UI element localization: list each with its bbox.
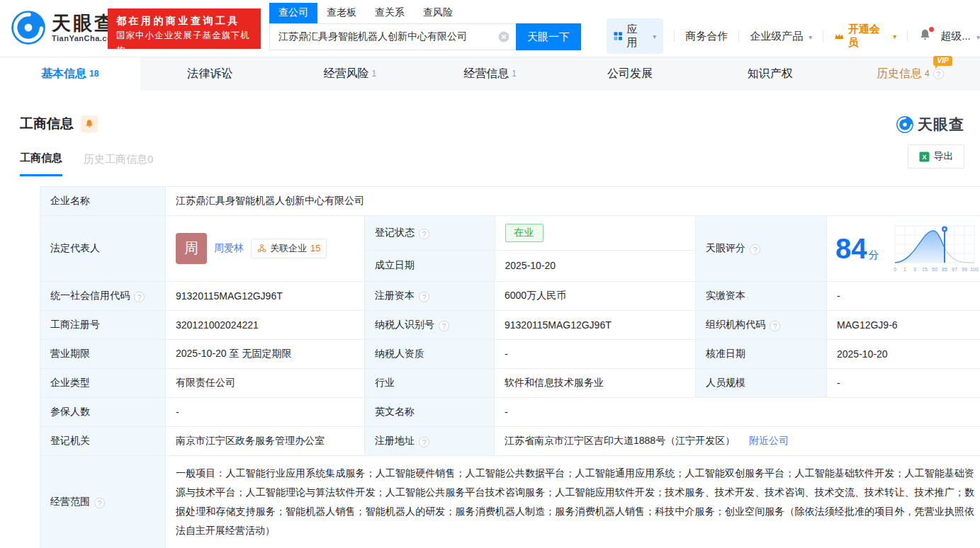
field-label: 人员规模 <box>696 368 827 397</box>
tab-company-development[interactable]: 公司发展 <box>560 57 700 91</box>
label-text: 人员规模 <box>706 377 745 388</box>
related-companies-badge[interactable]: 关联企业 15 <box>251 239 327 258</box>
help-icon[interactable]: ? <box>419 292 429 302</box>
super-vip-menu[interactable]: 超级... ▾ <box>940 30 980 43</box>
label-text: 实缴资本 <box>706 290 745 301</box>
monitor-bell-button[interactable] <box>81 115 98 132</box>
tab-basic-info[interactable]: 基本信息 18 <box>0 57 140 91</box>
company-name-value: 江苏鼎汇具身智能机器人创新中心有限公司 <box>166 187 980 216</box>
table-row: 统一社会信用代码? 91320115MAG12GJ96T 注册资本? 6000万… <box>40 281 980 310</box>
search-tab-relation[interactable]: 查关系 <box>366 3 414 23</box>
logo-swirl-icon <box>896 115 914 134</box>
field-label: 营业期限 <box>40 339 166 368</box>
english-name-cell: - <box>495 397 980 426</box>
label-text: 营业期限 <box>50 348 90 359</box>
tab-label: 知识产权 <box>748 67 793 81</box>
industry-cell: 软件和信息技术服务业 <box>495 368 696 397</box>
staff-size-cell: - <box>827 368 980 397</box>
tab-operating-risk[interactable]: 经营风险 1 <box>280 57 420 91</box>
label-text: 登记状态 <box>375 227 415 238</box>
header-nav: 应用 ▾ 商务合作 企业级产品 ▾ 开通会员 ▾ <box>607 18 980 54</box>
value-text: 91320115MAG12GJ96T <box>176 290 283 302</box>
business-info-table: 企业名称 江苏鼎汇具身智能机器人创新中心有限公司 法定代表人 周 周爱林 <box>40 186 980 548</box>
subtab-row: 工商信息 历史工商信息0 <box>20 152 964 176</box>
tab-label: 经营风险 <box>324 67 369 81</box>
related-count: 15 <box>310 243 320 253</box>
label-text: 核准日期 <box>706 348 745 359</box>
svg-text:3: 3 <box>913 267 916 272</box>
tab-count: 18 <box>89 69 98 79</box>
help-icon[interactable]: ? <box>419 229 429 239</box>
tianyancha-watermark: 天眼查 <box>896 115 964 135</box>
legal-rep-wrap: 周 周爱林 关联企业 15 <box>176 233 354 264</box>
label-text: 经营范围 <box>50 496 90 507</box>
established-date-cell: 2025-10-20 <box>495 251 695 281</box>
table-row: 企业名称 江苏鼎汇具身智能机器人创新中心有限公司 <box>40 187 980 216</box>
search-tabs: 查公司 查老板 查关系 查风险 <box>269 2 581 23</box>
help-icon[interactable]: ? <box>933 69 944 79</box>
clear-search-icon[interactable] <box>498 31 509 42</box>
svg-text:100: 100 <box>970 267 979 272</box>
help-icon[interactable]: ? <box>94 498 105 508</box>
apps-menu[interactable]: 应用 ▾ <box>607 18 663 54</box>
export-button[interactable]: X 导出 <box>908 144 964 169</box>
search-button[interactable]: 天眼一下 <box>516 23 581 50</box>
field-label: 核准日期 <box>696 339 827 368</box>
field-label: 注册地址? <box>365 426 495 455</box>
field-label: 经营范围? <box>40 455 166 548</box>
top-header: 天眼查 TianYanCha.com 都在用的商业查询工具 国家中小企业发展子基… <box>0 0 980 57</box>
field-label: 注册资本? <box>365 281 495 310</box>
enterprise-products-menu[interactable]: 企业级产品 ▾ <box>750 30 812 43</box>
score-number: 84分 <box>835 233 879 264</box>
tab-history-info[interactable]: 历史信息 4 ? VIP <box>840 57 980 91</box>
search-tab-risk[interactable]: 查风险 <box>414 3 462 23</box>
search-input-wrap <box>269 23 516 50</box>
label-text: 组织机构代码 <box>706 319 765 330</box>
tianyancha-logo[interactable]: 天眼查 TianYanCha.com <box>10 9 119 46</box>
label-text: 法定代表人 <box>50 242 100 253</box>
label-text: 英文名称 <box>375 406 415 417</box>
search-input[interactable] <box>269 23 516 50</box>
help-icon[interactable]: ? <box>750 244 760 255</box>
label-text: 纳税人识别号 <box>375 319 434 330</box>
search-tab-company[interactable]: 查公司 <box>269 3 317 23</box>
help-icon[interactable]: ? <box>770 321 780 331</box>
banner-line1: 都在用的商业查询工具 <box>116 13 254 28</box>
registered-address-cell: 江苏省南京市江宁区吉印大道1888号（江宁开发区） 附近公司 <box>495 426 980 455</box>
tab-legal-proceedings[interactable]: 法律诉讼 <box>140 57 281 91</box>
banner-line2: 国家中小企业发展子基金旗下机构 <box>116 28 254 58</box>
value-text: - <box>837 290 840 302</box>
label-text: 注册资本 <box>375 290 415 301</box>
field-label: 企业类型 <box>40 368 166 397</box>
table-row: 营业期限 2025-10-20 至 无固定期限 纳税人资质 - 核准日期 202… <box>40 339 980 368</box>
tab-operating-info[interactable]: 经营信息 1 <box>420 57 561 91</box>
subtab-history-business-info[interactable]: 历史工商信息0 <box>84 153 153 176</box>
notification-dot <box>929 27 934 32</box>
open-vip-button[interactable]: 开通会员 ▾ <box>834 23 896 50</box>
nearby-companies-link[interactable]: 附近公司 <box>749 435 789 446</box>
avatar[interactable]: 周 <box>176 233 207 264</box>
approval-date-cell: 2025-10-20 <box>827 339 980 368</box>
divider <box>738 30 739 42</box>
label-text: 企业类型 <box>50 377 90 388</box>
field-label: 成立日期 <box>365 251 495 281</box>
help-icon[interactable]: ? <box>439 321 449 331</box>
super-vip-label: 超级... <box>940 30 971 42</box>
tab-label: 法律诉讼 <box>187 67 232 81</box>
field-label: 实缴资本 <box>696 281 827 310</box>
field-label: 法定代表人 <box>40 216 166 282</box>
tab-intellectual-property[interactable]: 知识产权 <box>700 57 840 91</box>
insured-count-cell: - <box>166 397 365 426</box>
business-cooperation-link[interactable]: 商务合作 <box>685 30 728 43</box>
divider <box>674 30 675 42</box>
legal-rep-link[interactable]: 周爱林 <box>214 242 244 255</box>
search-tab-boss[interactable]: 查老板 <box>317 3 366 23</box>
notifications-button[interactable] <box>918 28 932 44</box>
help-icon[interactable]: ? <box>134 292 145 302</box>
help-icon[interactable]: ? <box>419 437 429 447</box>
value-text: 南京市江宁区政务服务管理办公室 <box>176 435 325 446</box>
registration-number-cell: 320121002024221 <box>166 310 365 339</box>
chevron-down-icon: ▾ <box>976 33 980 41</box>
label-text: 工商注册号 <box>50 319 100 330</box>
subtab-business-info[interactable]: 工商信息 <box>20 152 62 176</box>
